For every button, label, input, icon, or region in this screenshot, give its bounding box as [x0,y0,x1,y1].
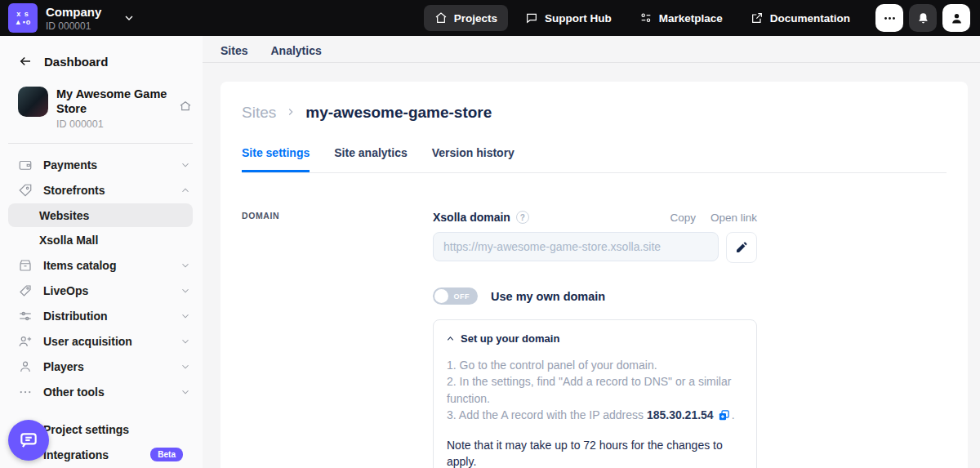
chat-icon [18,430,39,451]
sidebar-divider [8,143,193,144]
setup-step-1: 1. Go to the control panel of your domai… [447,357,743,373]
chat-widget-button[interactable] [8,420,49,461]
marketplace-icon [639,11,653,25]
site-settings-card: Sites my-awesome-game-store Site setting… [220,82,968,468]
setup-steps: 1. Go to the control panel of your domai… [446,357,743,468]
page-tabs: Sites Analytics [203,36,980,63]
chevron-down-icon [180,361,191,372]
chevron-right-icon [285,104,296,122]
tab-site-settings[interactable]: Site settings [242,146,310,172]
edit-domain-button[interactable] [726,232,757,263]
sidebar-item-user-acquisition[interactable]: User acquisition [0,328,203,354]
ellipsis-icon [883,11,897,25]
breadcrumb-current: my-awesome-game-store [305,104,492,122]
chevron-up-icon [446,334,455,343]
sliders-icon [18,309,33,323]
beta-badge: Beta [150,448,183,461]
topbar-actions [875,4,980,32]
chevron-down-icon [180,310,191,322]
page-tab-analytics[interactable]: Analytics [270,44,321,62]
domain-section-label: DOMAIN [242,211,433,221]
dashboard-label: Dashboard [44,55,108,69]
xsolla-domain-input[interactable] [433,232,719,261]
copy-ip-icon[interactable] [718,409,730,426]
nav-marketplace[interactable]: Marketplace [629,5,733,31]
own-domain-toggle[interactable]: OFF [433,287,478,305]
xsolla-logo-icon: x s▲▪o [8,3,38,33]
bell-icon [916,11,930,25]
external-link-icon [751,11,764,25]
sidebar-item-xsolla-mall[interactable]: Xsolla Mall [8,228,193,252]
ip-address: 185.30.21.54 [647,408,714,421]
user-icon [950,11,964,25]
arrow-left-icon [18,54,33,69]
home-icon[interactable] [179,100,192,130]
toggle-state: OFF [454,292,470,301]
nav-support-hub-label: Support Hub [545,12,612,25]
sidebar-item-liveops[interactable]: LiveOps [0,278,203,303]
person-icon [18,359,33,374]
project-name: My Awesome Game Store [56,87,179,116]
sidebar-item-storefronts[interactable]: Storefronts [0,177,203,203]
setup-domain-panel: Set up your domain 1. Go to the control … [433,319,757,468]
tab-version-history[interactable]: Version history [432,146,514,172]
nav-marketplace-label: Marketplace [659,12,723,25]
nav-projects-label: Projects [454,12,497,25]
pencil-icon [735,241,748,254]
chevron-down-icon [180,336,191,347]
chevron-down-icon[interactable] [122,11,136,25]
setup-step-2: 2. In the settings, find "Add a record t… [447,373,743,407]
chevron-down-icon [180,260,191,271]
chevron-up-icon [180,185,191,196]
open-link[interactable]: Open link [710,212,757,224]
ellipsis-icon [18,385,33,399]
more-button[interactable] [875,4,903,32]
page-tab-sites[interactable]: Sites [220,44,247,62]
chevron-down-icon [180,386,191,398]
chat-icon [525,11,538,25]
setup-note: Note that it may take up to 72 hours for… [447,437,743,468]
nav-projects[interactable]: Projects [424,5,508,31]
settings-tabs: Site settings Site analytics Version his… [242,146,947,173]
sidebar-item-items-catalog[interactable]: Items catalog [0,252,203,278]
sidebar-item-distribution[interactable]: Distribution [0,303,203,328]
nav-support-hub[interactable]: Support Hub [514,5,622,31]
back-to-dashboard[interactable]: Dashboard [0,36,203,69]
user-plus-icon [18,334,33,349]
own-domain-label: Use my own domain [491,290,605,303]
setup-domain-title: Set up your domain [461,332,559,345]
sidebar-item-payments[interactable]: Payments [0,152,203,177]
nav-documentation-label: Documentation [770,12,850,25]
sidebar: Dashboard My Awesome Game Store ID 00000… [0,36,203,468]
copy-link[interactable]: Copy [670,212,696,224]
wallet-icon [18,158,33,172]
company-name: Company [46,5,101,19]
own-domain-row: OFF Use my own domain [433,287,757,305]
tag-icon [18,183,33,198]
nav-documentation[interactable]: Documentation [740,5,861,31]
topbar: x s▲▪o Company ID 000001 Projects Suppor… [0,0,980,36]
xsolla-domain-label: Xsolla domain [433,211,510,224]
chevron-down-icon [180,159,191,171]
company-id: ID 000001 [46,20,101,32]
project-header[interactable]: My Awesome Game Store ID 000001 [0,69,203,130]
setup-domain-header[interactable]: Set up your domain [446,332,743,345]
company-switcher[interactable]: x s▲▪o Company ID 000001 [0,3,136,33]
tag-icon [18,283,33,298]
notifications-button[interactable] [909,4,937,32]
breadcrumb: Sites my-awesome-game-store [242,104,947,122]
sidebar-item-players[interactable]: Players [0,354,203,379]
sidebar-item-websites[interactable]: Websites [8,203,193,227]
account-button[interactable] [942,4,970,32]
breadcrumb-sites[interactable]: Sites [242,104,276,122]
chevron-down-icon [180,285,191,296]
domain-section: DOMAIN Xsolla domain ? Copy Open link [242,211,947,468]
project-id: ID 000001 [56,118,179,130]
tab-site-analytics[interactable]: Site analytics [334,146,408,172]
help-icon[interactable]: ? [516,211,529,224]
sidebar-item-other-tools[interactable]: Other tools [0,379,203,404]
box-icon [18,258,33,273]
project-avatar [18,87,48,117]
topbar-nav: Projects Support Hub Marketplace Documen… [424,5,861,31]
main-content: Sites Analytics Sites my-awesome-game-st… [203,36,980,468]
